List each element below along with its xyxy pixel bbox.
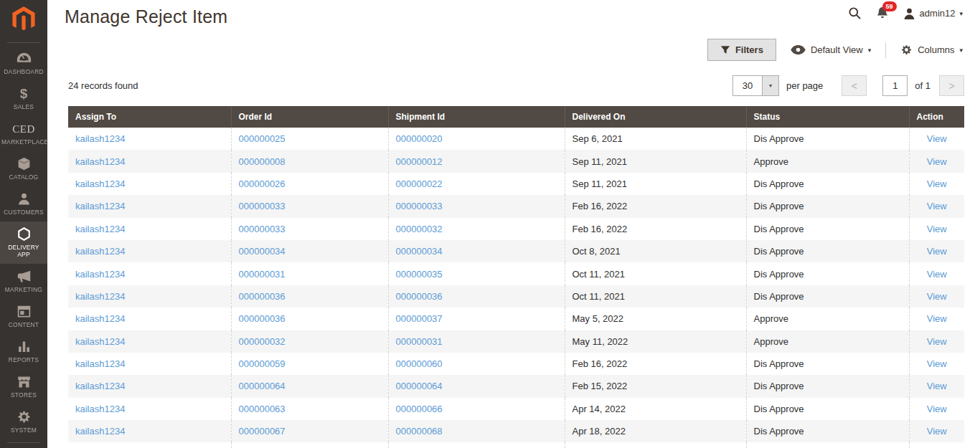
action-link[interactable]: View [927,426,947,437]
action-link[interactable]: View [927,269,947,280]
assign-to-link[interactable]: kailash1234 [75,426,125,437]
shipment-id-link[interactable]: 000000031 [396,336,443,347]
sidebar-item-marketing[interactable]: MARKETING [0,264,47,299]
action-link[interactable]: View [927,246,947,257]
filters-button[interactable]: Filters [707,39,776,61]
content-icon [1,304,46,319]
assign-to-link[interactable]: kailash1234 [75,224,125,234]
action-link[interactable]: View [927,133,947,144]
cell-assign-to: kailash1234 [68,442,231,448]
assign-to-link[interactable]: kailash1234 [75,178,125,189]
order-id-link[interactable]: 000000067 [239,426,286,437]
action-link[interactable]: View [927,336,947,347]
order-id-link[interactable]: 000000033 [239,224,286,234]
search-icon[interactable] [848,6,862,20]
magento-logo[interactable] [7,0,40,43]
order-id-link[interactable]: 000000063 [239,404,286,414]
admin-account-menu[interactable]: admin12 ▾ [903,7,963,20]
cell-assign-to: kailash1234 [68,218,231,240]
sidebar-item-system[interactable]: SYSTEM [0,404,47,439]
sidebar-item-reports[interactable]: REPORTS [0,334,47,369]
shipment-id-link[interactable]: 000000037 [396,313,443,324]
order-id-link[interactable]: 000000032 [239,336,286,347]
action-link[interactable]: View [927,313,947,324]
action-link[interactable]: View [927,358,947,369]
shipment-id-link[interactable]: 000000066 [396,404,443,414]
assign-to-link[interactable]: kailash1234 [75,246,125,257]
cell-status: Pending [746,442,909,448]
sidebar-item-stores[interactable]: STORES [0,369,47,404]
order-id-link[interactable]: 000000031 [239,269,286,280]
chevron-down-icon: ▾ [959,47,963,54]
sidebar-item-sales[interactable]: $SALES [0,81,47,116]
cell-assign-to: kailash1234 [68,308,231,330]
default-view-dropdown[interactable]: Default View ▾ [791,44,871,55]
cell-shipment-id: 000000020 [388,128,565,150]
column-header-order-id[interactable]: Order Id [231,106,388,128]
order-id-link[interactable]: 000000064 [239,381,286,391]
column-header-status[interactable]: Status [746,106,909,128]
sidebar-item-dashboard[interactable]: DASHBOARD [0,46,47,81]
assign-to-link[interactable]: kailash1234 [75,404,125,414]
cell-delivered-on: Sep 11, 2021 [565,150,746,172]
sidebar-item-customers[interactable]: CUSTOMERS [0,186,47,221]
order-id-link[interactable]: 000000008 [239,156,286,167]
assign-to-link[interactable]: kailash1234 [75,336,125,347]
shipment-id-link[interactable]: 000000020 [396,133,443,144]
sidebar-item-marketplace[interactable]: CEDMARKETPLACE [0,116,47,151]
sales-icon: $ [1,86,46,101]
action-link[interactable]: View [927,156,947,167]
system-icon [1,409,46,424]
action-link[interactable]: View [927,291,947,302]
cell-action: Select [909,442,964,448]
next-page-button[interactable]: > [939,75,964,96]
columns-dropdown[interactable]: Columns ▾ [900,44,963,56]
column-header-delivered-on[interactable]: Delivered On [565,106,746,128]
action-link[interactable]: View [927,178,947,189]
action-link[interactable]: View [927,201,947,211]
assign-to-link[interactable]: kailash1234 [75,291,125,302]
assign-to-link[interactable]: kailash1234 [75,201,125,211]
column-header-action[interactable]: Action [909,106,964,128]
shipment-id-link[interactable]: 000000012 [396,156,443,167]
order-id-link[interactable]: 000000026 [239,178,286,189]
order-id-link[interactable]: 000000025 [239,133,286,144]
column-header-assign-to[interactable]: Assign To [68,106,231,128]
shipment-id-link[interactable]: 000000064 [396,381,443,391]
shipment-id-link[interactable]: 000000035 [396,269,443,280]
shipment-id-link[interactable]: 000000032 [396,224,443,234]
assign-to-link[interactable]: kailash1234 [75,358,125,369]
previous-page-button[interactable]: < [842,75,867,96]
table-row: kailash1234000000034000000034Oct 8, 2021… [68,240,964,262]
current-page-input[interactable] [882,75,908,96]
assign-to-link[interactable]: kailash1234 [75,313,125,324]
order-id-link[interactable]: 000000059 [239,358,286,369]
shipment-id-link[interactable]: 000000060 [396,358,443,369]
order-id-link[interactable]: 000000036 [239,313,286,324]
sidebar-item-content[interactable]: CONTENT [0,299,47,334]
order-id-link[interactable]: 000000036 [239,291,286,302]
shipment-id-link[interactable]: 000000033 [396,201,443,211]
assign-to-link[interactable]: kailash1234 [75,269,125,280]
shipment-id-link[interactable]: 000000036 [396,291,443,302]
column-header-shipment-id[interactable]: Shipment Id [388,106,565,128]
assign-to-link[interactable]: kailash1234 [75,133,125,144]
notifications-bell-icon[interactable]: 59 [876,6,889,20]
action-link[interactable]: View [927,381,947,391]
shipment-id-link[interactable]: 000000034 [396,246,443,257]
assign-to-link[interactable]: kailash1234 [75,381,125,391]
shipment-id-link[interactable]: 000000022 [396,178,443,189]
assign-to-link[interactable]: kailash1234 [75,156,125,167]
sidebar-item-delivery-app[interactable]: DELIVERY APP [0,221,47,264]
action-link[interactable]: View [927,224,947,234]
sidebar-item-catalog[interactable]: CATALOG [0,151,47,186]
grid-controls: 24 records found 30 ▾ per page < of 1 > [47,61,980,106]
sidebar-item-label: SALES [1,103,46,110]
cell-delivered-on: Apr 14, 2022 [565,398,746,420]
per-page-select[interactable]: 30 ▾ [732,75,779,96]
sidebar-item-label: MARKETPLACE [1,138,46,146]
shipment-id-link[interactable]: 000000068 [396,426,443,437]
order-id-link[interactable]: 000000033 [239,201,286,211]
order-id-link[interactable]: 000000034 [239,246,286,257]
action-link[interactable]: View [927,404,947,414]
